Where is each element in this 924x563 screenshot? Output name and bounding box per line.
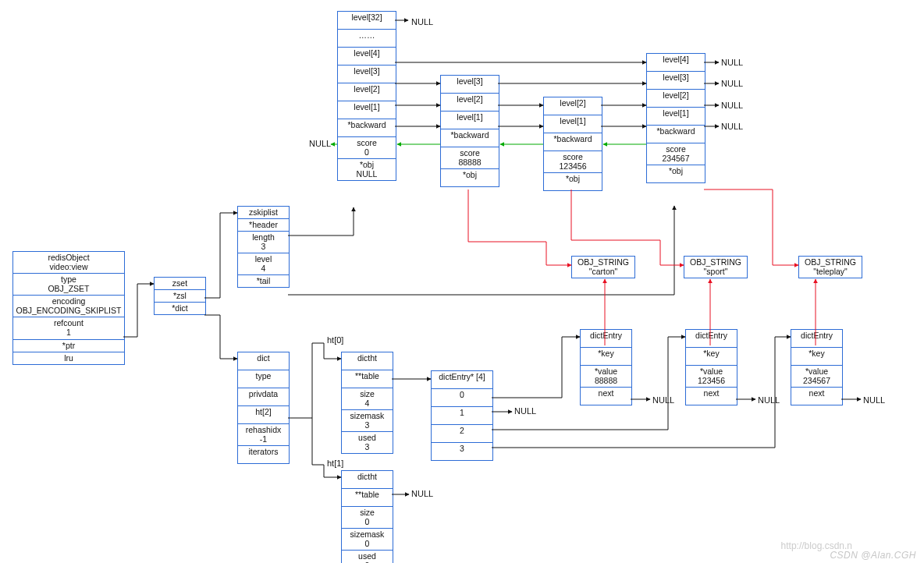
- header-level1-cell: level[1]: [338, 101, 396, 119]
- dictht0-title-cell: dictht: [342, 352, 393, 370]
- dictht1-table-cell: **table: [342, 489, 393, 507]
- header-level32-cell: level[32]: [338, 12, 396, 30]
- dictentry-3-box: dictEntry *key *value 234567 next: [791, 329, 843, 405]
- dictht1-title-cell: dictht: [342, 471, 393, 489]
- node2-score-cell: score 123456: [544, 151, 602, 173]
- ht1-label: ht[1]: [327, 459, 343, 468]
- node1-level1-cell: level[1]: [441, 112, 499, 129]
- header-backward-cell: *backward: [338, 119, 396, 137]
- node3-level4-cell: level[4]: [647, 54, 705, 72]
- node3-level1-cell: level[1]: [647, 108, 705, 126]
- redisobject-ptr-cell: *ptr: [13, 340, 124, 352]
- node3-level2-cell: level[2]: [647, 90, 705, 108]
- skiplist-header-node: level[32] …… level[4] level[3] level[2] …: [337, 11, 396, 181]
- node1-level3-cell: level[3]: [441, 76, 499, 94]
- zskiplist-header-cell: *header: [238, 219, 289, 232]
- node1-score-cell: score 88888: [441, 147, 499, 169]
- redisobject-type-cell: type OBJ_ZSET: [13, 274, 124, 296]
- zskiplist-tail-cell: *tail: [238, 275, 289, 287]
- zskiplist-box: zskiplist *header length 3 level 4 *tail: [237, 206, 290, 288]
- node1-level2-cell: level[2]: [441, 94, 499, 112]
- arr-1-cell: 1: [432, 407, 492, 425]
- zset-dict-cell: *dict: [155, 303, 205, 314]
- obj-string-teleplay-cell: OBJ_STRING "teleplay": [799, 257, 862, 278]
- dictentry-array-box: dictEntry* [4] 0 1 2 3: [431, 370, 493, 461]
- null-label: NULL: [514, 406, 536, 416]
- zset-zsl-cell: *zsl: [155, 290, 205, 303]
- null-label: NULL: [721, 101, 743, 110]
- node2-level2-cell: level[2]: [544, 97, 602, 115]
- obj-string-teleplay: OBJ_STRING "teleplay": [798, 256, 862, 278]
- node3-level3-cell: level[3]: [647, 72, 705, 90]
- dict-ht-cell: ht[2]: [238, 406, 289, 424]
- e1-key-cell: *key: [581, 348, 631, 366]
- null-label: NULL: [411, 17, 433, 27]
- header-obj-cell: *obj NULL: [338, 159, 396, 180]
- header-level4-cell: level[4]: [338, 48, 396, 66]
- header-level3-cell: level[3]: [338, 66, 396, 83]
- e1-next-cell: next: [581, 388, 631, 405]
- dict-type-cell: type: [238, 370, 289, 388]
- e2-key-cell: *key: [686, 348, 737, 366]
- e2-title-cell: dictEntry: [686, 330, 737, 348]
- dictht1-box: dictht **table size 0 sizemask 0 used 0: [341, 470, 393, 563]
- zskiplist-length-cell: length 3: [238, 232, 289, 253]
- e3-next-cell: next: [791, 388, 842, 405]
- e2-next-cell: next: [686, 388, 737, 405]
- obj-string-carton: OBJ_STRING "carton": [571, 256, 635, 278]
- arr-3-cell: 3: [432, 443, 492, 460]
- csdn-watermark: CSDN @Alan.CGH: [830, 550, 916, 561]
- dictht0-used-cell: used 3: [342, 432, 393, 453]
- dict-privdata-cell: privdata: [238, 388, 289, 406]
- node2-obj-cell: *obj: [544, 173, 602, 190]
- obj-string-carton-cell: OBJ_STRING "carton": [572, 257, 634, 278]
- null-label: NULL: [411, 489, 433, 498]
- node3-score-cell: score 234567: [647, 143, 705, 165]
- node3-backward-cell: *backward: [647, 126, 705, 143]
- redisobject-refcount-cell: refcount 1: [13, 317, 124, 339]
- dictht1-used-cell: used 0: [342, 551, 393, 563]
- redisobject-title-cell: redisObject video:view: [13, 252, 124, 274]
- node1-backward-cell: *backward: [441, 129, 499, 147]
- node2-backward-cell: *backward: [544, 133, 602, 151]
- dict-title-cell: dict: [238, 352, 289, 370]
- node3-obj-cell: *obj: [647, 165, 705, 182]
- e3-key-cell: *key: [791, 348, 842, 366]
- dictht1-size-cell: size 0: [342, 507, 393, 529]
- node1-obj-cell: *obj: [441, 169, 499, 186]
- zskiplist-level-cell: level 4: [238, 253, 289, 275]
- e2-value-cell: *value 123456: [686, 366, 737, 388]
- null-label: NULL: [721, 58, 743, 67]
- dict-iterators-cell: iterators: [238, 446, 289, 463]
- dictht0-box: dictht **table size 4 sizemask 3 used 3: [341, 352, 393, 454]
- obj-string-sport-cell: OBJ_STRING "sport": [684, 257, 747, 278]
- obj-string-sport: OBJ_STRING "sport": [684, 256, 748, 278]
- null-label: NULL: [721, 122, 743, 131]
- null-label: NULL: [652, 395, 674, 405]
- dictentry-2-box: dictEntry *key *value 123456 next: [685, 329, 737, 405]
- header-ellipsis-cell: ……: [338, 30, 396, 48]
- redisobject-encoding-cell: encoding OBJ_ENCODING_SKIPLIST: [13, 296, 124, 317]
- dictht0-table-cell: **table: [342, 370, 393, 388]
- null-label: NULL: [758, 395, 780, 405]
- header-score-cell: score 0: [338, 137, 396, 159]
- skiplist-node-2: level[2] level[1] *backward score 123456…: [543, 97, 602, 191]
- zset-title-cell: zset: [155, 278, 205, 290]
- e3-title-cell: dictEntry: [791, 330, 842, 348]
- dictentry-1-box: dictEntry *key *value 88888 next: [580, 329, 632, 405]
- redisobject-lru-cell: lru: [13, 352, 124, 364]
- skiplist-node-3: level[4] level[3] level[2] level[1] *bac…: [646, 53, 705, 183]
- arr-0-cell: 0: [432, 389, 492, 407]
- arr-2-cell: 2: [432, 425, 492, 443]
- e1-value-cell: *value 88888: [581, 366, 631, 388]
- arr-title-cell: dictEntry* [4]: [432, 371, 492, 389]
- dictht1-sizemask-cell: sizemask 0: [342, 529, 393, 551]
- null-label: NULL: [863, 395, 885, 405]
- redisobject-box: redisObject video:view type OBJ_ZSET enc…: [12, 251, 125, 365]
- zset-box: zset *zsl *dict: [154, 277, 206, 315]
- zskiplist-title-cell: zskiplist: [238, 207, 289, 219]
- dictht0-sizemask-cell: sizemask 3: [342, 410, 393, 432]
- header-level2-cell: level[2]: [338, 83, 396, 101]
- null-label: NULL: [721, 79, 743, 88]
- e3-value-cell: *value 234567: [791, 366, 842, 388]
